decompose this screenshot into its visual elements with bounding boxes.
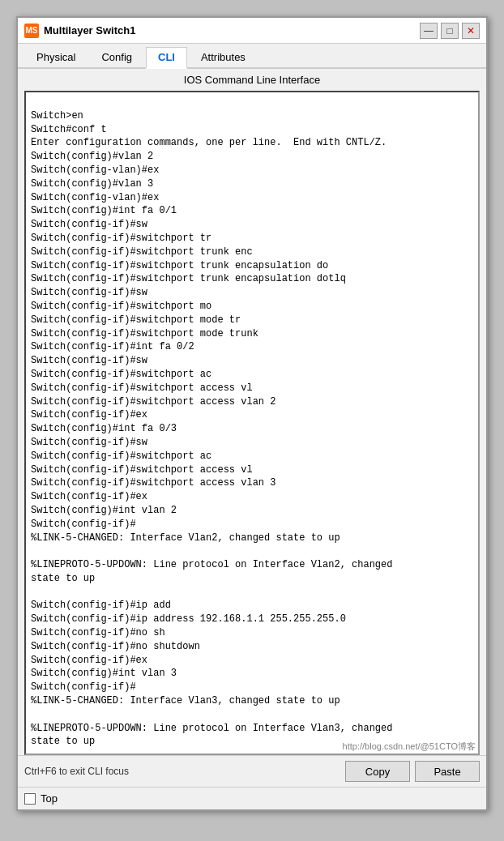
top-checkbox[interactable]	[24, 793, 36, 805]
app-icon: MS	[24, 23, 39, 38]
title-bar: MS Multilayer Switch1 — □ ✕	[18, 18, 486, 44]
close-button[interactable]: ✕	[462, 23, 480, 39]
tab-bar: Physical Config CLI Attributes	[18, 44, 486, 69]
top-label: Top	[41, 792, 58, 805]
watermark: http://blog.csdn.net/@51CTO博客	[340, 740, 478, 753]
cli-output: Switch>en Switch#conf t Enter configurat…	[26, 92, 478, 755]
main-window: MS Multilayer Switch1 — □ ✕ Physical Con…	[16, 16, 488, 811]
copy-button[interactable]: Copy	[345, 761, 410, 782]
title-bar-left: MS Multilayer Switch1	[24, 23, 135, 38]
tab-physical[interactable]: Physical	[24, 47, 88, 67]
section-title: IOS Command Line Interface	[18, 69, 486, 91]
paste-button[interactable]: Paste	[415, 761, 480, 782]
footer-bar: Ctrl+F6 to exit CLI focus Copy Paste	[18, 755, 486, 787]
tab-attributes[interactable]: Attributes	[189, 47, 258, 67]
footer-buttons: Copy Paste	[345, 761, 480, 782]
minimize-button[interactable]: —	[420, 23, 438, 39]
tab-config[interactable]: Config	[89, 47, 144, 67]
window-title: Multilayer Switch1	[44, 24, 135, 36]
window-controls: — □ ✕	[420, 23, 480, 39]
cli-hint: Ctrl+F6 to exit CLI focus	[24, 766, 129, 777]
cli-terminal[interactable]: Switch>en Switch#conf t Enter configurat…	[24, 91, 480, 755]
bottom-bar: Top	[18, 787, 486, 809]
maximize-button[interactable]: □	[441, 23, 459, 39]
tab-cli[interactable]: CLI	[146, 47, 187, 69]
